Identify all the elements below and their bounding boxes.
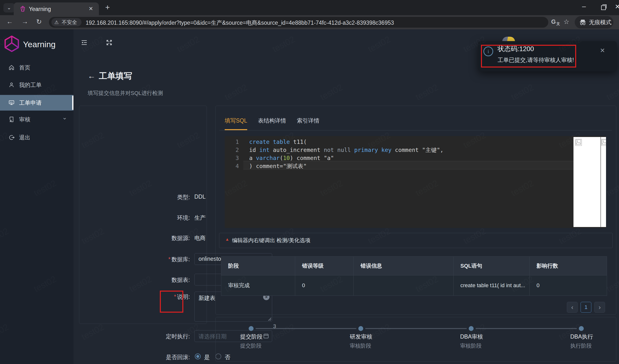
browser-menu-icon[interactable]: ⋮ (617, 18, 619, 26)
sql-icon: SQL (8, 100, 15, 106)
source-label: 数据源: (151, 234, 190, 242)
sidebar-item-4[interactable]: 审核⌄ (0, 111, 73, 127)
tab-1[interactable]: 填写SQL (225, 117, 247, 130)
tab-title: Yearning (29, 6, 51, 13)
watermark-text: test02 (175, 34, 201, 54)
type-label: 类型: (151, 193, 190, 201)
logo-text: Yearning (23, 40, 56, 49)
step-desc: 提交阶段 (240, 342, 262, 350)
sidebar-item-3[interactable]: SQL工单申请 (0, 95, 73, 110)
rollback-yes-radio[interactable] (195, 353, 201, 359)
broken-image-icon (576, 139, 582, 146)
code-line-4: ) comment="测试表" (249, 162, 444, 170)
step-dot-1 (249, 326, 253, 331)
watermark-text: test02 (366, 34, 392, 54)
user-icon (8, 82, 15, 88)
code-line-2: id int auto_increment not null primary k… (249, 146, 444, 154)
table-cell (354, 275, 453, 296)
bookmark-star-icon[interactable]: ☆ (563, 18, 569, 26)
url-text[interactable]: 192.168.201.165:8090/#/apply/order?type=… (86, 19, 394, 27)
warning-triangle-icon: ▲ (225, 237, 229, 242)
watermark-text: test02 (318, 82, 344, 102)
url-bar[interactable]: ⚠ 不安全 192.168.201.165:8090/#/apply/order… (49, 17, 548, 28)
window-minimize-icon[interactable]: – (582, 2, 586, 10)
fullscreen-icon[interactable] (106, 39, 113, 46)
not-secure-badge[interactable]: ⚠ 不安全 (51, 18, 82, 27)
warning-icon: ⚠ (54, 18, 59, 27)
translate-icon[interactable]: G文 (551, 18, 559, 26)
check-result-table: 阶段错误等级错误信息SQL语句影响行数审核完成0create table t11… (221, 256, 607, 296)
step-title: 研发审核 (350, 333, 372, 340)
pagination-page-1[interactable]: 1 (581, 302, 591, 313)
not-secure-label: 不安全 (62, 19, 77, 25)
forward-icon[interactable]: → (22, 18, 28, 26)
home-icon (8, 64, 15, 71)
source-value: 电商 (194, 234, 206, 242)
schedule-label: 定时执行: (151, 333, 190, 340)
rollback-yes-label[interactable]: 是 (204, 353, 210, 361)
table-label: 数据表: (151, 276, 190, 284)
notification-annotation-box (481, 45, 576, 67)
sql-editor[interactable]: 1234 create table t11(id int auto_increm… (225, 136, 606, 228)
back-icon[interactable]: ← (6, 18, 13, 26)
broken-image-placeholder (601, 137, 606, 227)
browser-toolbar: ← → ↻ ⚠ 不安全 192.168.201.165:8090/#/apply… (0, 15, 619, 29)
browser-tab[interactable]: Yearning ✕ (14, 2, 99, 15)
table-cell: 0 (295, 275, 354, 296)
svg-text:SQL: SQL (10, 102, 13, 104)
sidebar-item-1[interactable]: 首页 (0, 60, 73, 75)
watermark-text: test02 (414, 82, 440, 102)
table-cell: 审核完成 (221, 275, 295, 296)
step-desc: 审核阶段 (350, 342, 371, 350)
database-label: *数据库: (151, 256, 190, 263)
broken-image-icon (601, 139, 606, 146)
app-viewport: Yearning 首页我的工单SQL工单申请审核⌄退出 ← 工单填写 填写提交信… (0, 29, 619, 364)
rollback-label: 是否回滚: (151, 353, 190, 361)
table-header: 阶段 (221, 256, 295, 275)
env-label: 环境: (151, 214, 190, 222)
sidebar-item-5[interactable]: 退出 (0, 130, 73, 145)
submit-annotation-box (160, 291, 183, 313)
editor-gutter: 1234 (225, 138, 242, 170)
step-desc: 执行阶段 (570, 342, 592, 350)
incognito-icon (579, 19, 587, 26)
step-connector (365, 328, 467, 329)
editor-hint-text: 编辑器内右键调出 检测/美化选项 (232, 237, 310, 244)
pagination-next-button[interactable]: › (594, 302, 605, 313)
incognito-badge: 无痕模式 (575, 16, 613, 28)
page-title: 工单填写 (99, 70, 132, 82)
window-close-icon[interactable]: ✕ (615, 3, 619, 11)
step-dot-4 (579, 326, 584, 331)
broken-image-placeholder (574, 137, 601, 227)
avatar-emoji (502, 37, 515, 41)
code-line-1: create table t11( (249, 138, 444, 146)
new-tab-button[interactable]: + (105, 3, 110, 12)
order-form-card: 类型: DDL 环境: 生产 数据源: 电商 *数据库: onlinestore… (79, 106, 207, 324)
screen: ⌄ Yearning ✕ + – ✕ ← → ↻ ⚠ 不安全 192.168.2… (0, 0, 619, 364)
sidebar-item-2[interactable]: 我的工单 (0, 77, 73, 93)
sidebar: Yearning 首页我的工单SQL工单申请审核⌄退出 (0, 29, 73, 364)
menu-fold-icon[interactable] (81, 39, 88, 46)
step-connector (476, 328, 577, 329)
table-header: 影响行数 (530, 256, 607, 275)
notification-close-icon[interactable]: ✕ (600, 47, 605, 54)
editor-hint-box: ▲ 编辑器内右键调出 检测/美化选项 (219, 233, 613, 248)
tab-2[interactable]: 表结构详情 (258, 117, 286, 130)
back-page-arrow-icon[interactable]: ← (88, 71, 96, 81)
incognito-label: 无痕模式 (589, 16, 611, 28)
watermark-text: test02 (509, 82, 535, 102)
window-restore-icon[interactable] (601, 5, 606, 10)
step-connector (255, 328, 356, 329)
step-dot-2 (358, 326, 363, 331)
step-title: DBA审核 (460, 333, 483, 340)
pagination-prev-button[interactable]: ‹ (567, 302, 578, 313)
tab-3[interactable]: 索引详情 (297, 117, 319, 130)
page-subtitle: 填写提交信息并对SQL进行检测 (88, 90, 163, 97)
watermark-text: test02 (271, 34, 297, 54)
step-desc: 审核阶段 (460, 342, 482, 350)
reload-icon[interactable]: ↻ (36, 18, 42, 26)
tab-close-icon[interactable]: ✕ (89, 6, 93, 12)
env-value: 生产 (194, 214, 206, 222)
tab-search-caret-icon[interactable]: ⌄ (3, 3, 15, 13)
watermark-text: test02 (605, 82, 619, 102)
